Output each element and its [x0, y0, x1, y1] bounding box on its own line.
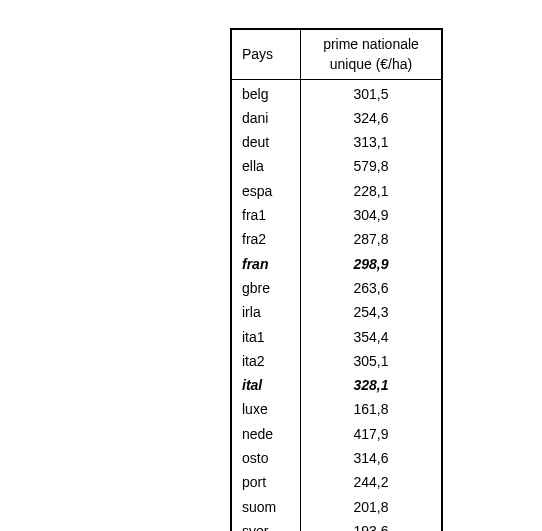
header-prime: prime nationale unique (€/ha) — [301, 30, 442, 79]
cell-prime: 244,2 — [301, 470, 442, 494]
cell-pays: luxe — [232, 397, 301, 421]
table: Pays prime nationale unique (€/ha) belg3… — [232, 30, 441, 531]
table-row: ital328,1 — [232, 373, 441, 397]
table-row: gbre263,6 — [232, 276, 441, 300]
cell-prime: 304,9 — [301, 203, 442, 227]
cell-pays: fra1 — [232, 203, 301, 227]
cell-prime: 305,1 — [301, 349, 442, 373]
cell-prime: 298,9 — [301, 252, 442, 276]
table-row: ita1354,4 — [232, 325, 441, 349]
cell-prime: 228,1 — [301, 179, 442, 203]
table-row: osto314,6 — [232, 446, 441, 470]
table-row: dani324,6 — [232, 106, 441, 130]
table-row: fra1304,9 — [232, 203, 441, 227]
cell-prime: 328,1 — [301, 373, 442, 397]
table-body: belg301,5dani324,6deut313,1ella579,8espa… — [232, 79, 441, 531]
cell-pays: ita2 — [232, 349, 301, 373]
cell-pays: ella — [232, 154, 301, 178]
cell-prime: 193,6 — [301, 519, 442, 531]
cell-pays: nede — [232, 422, 301, 446]
cell-pays: irla — [232, 300, 301, 324]
cell-pays: fran — [232, 252, 301, 276]
table-row: espa228,1 — [232, 179, 441, 203]
cell-pays: dani — [232, 106, 301, 130]
cell-prime: 324,6 — [301, 106, 442, 130]
cell-prime: 254,3 — [301, 300, 442, 324]
cell-pays: port — [232, 470, 301, 494]
cell-prime: 287,8 — [301, 227, 442, 251]
cell-pays: fra2 — [232, 227, 301, 251]
cell-prime: 161,8 — [301, 397, 442, 421]
table-row: sver193,6 — [232, 519, 441, 531]
cell-prime: 201,8 — [301, 495, 442, 519]
table-row: belg301,5 — [232, 79, 441, 106]
table-row: fra2287,8 — [232, 227, 441, 251]
cell-pays: espa — [232, 179, 301, 203]
cell-pays: suom — [232, 495, 301, 519]
table-row: ella579,8 — [232, 154, 441, 178]
data-table: Pays prime nationale unique (€/ha) belg3… — [230, 28, 443, 531]
cell-prime: 313,1 — [301, 130, 442, 154]
table-row: nede417,9 — [232, 422, 441, 446]
table-row: deut313,1 — [232, 130, 441, 154]
header-pays: Pays — [232, 30, 301, 79]
cell-pays: deut — [232, 130, 301, 154]
cell-prime: 354,4 — [301, 325, 442, 349]
cell-pays: ital — [232, 373, 301, 397]
header-row: Pays prime nationale unique (€/ha) — [232, 30, 441, 79]
table-row: fran298,9 — [232, 252, 441, 276]
cell-pays: gbre — [232, 276, 301, 300]
cell-pays: osto — [232, 446, 301, 470]
cell-prime: 579,8 — [301, 154, 442, 178]
cell-pays: sver — [232, 519, 301, 531]
table-row: port244,2 — [232, 470, 441, 494]
table-row: luxe161,8 — [232, 397, 441, 421]
cell-prime: 314,6 — [301, 446, 442, 470]
cell-prime: 417,9 — [301, 422, 442, 446]
cell-prime: 263,6 — [301, 276, 442, 300]
table-row: irla254,3 — [232, 300, 441, 324]
cell-pays: belg — [232, 79, 301, 106]
cell-pays: ita1 — [232, 325, 301, 349]
table-row: ita2305,1 — [232, 349, 441, 373]
cell-prime: 301,5 — [301, 79, 442, 106]
table-row: suom201,8 — [232, 495, 441, 519]
